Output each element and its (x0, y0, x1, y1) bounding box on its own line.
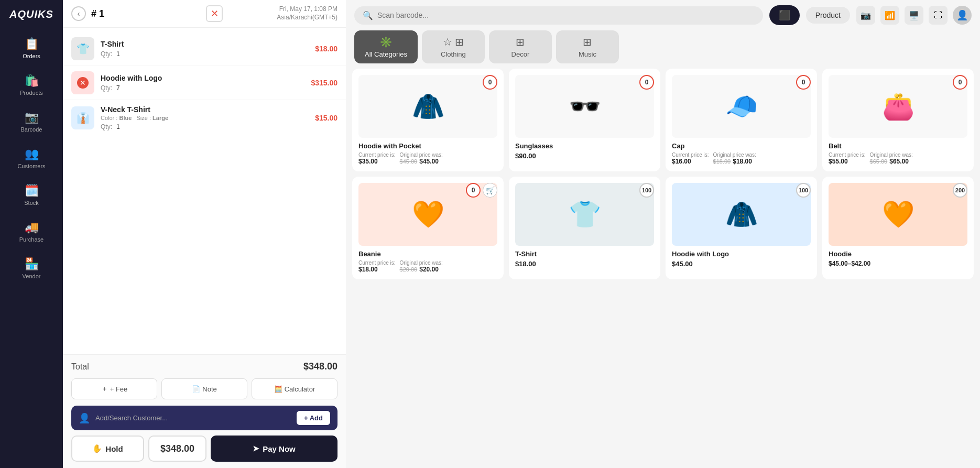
order-items-list: 👕 T-Shirt Qty: 1 $18.00 ✕ Hoodie with Lo… (63, 28, 346, 354)
sidebar-label-products: Products (20, 90, 42, 96)
hoodie-grid-price: $45.00–$42.00 (829, 260, 967, 267)
add-customer-button[interactable]: + Add (297, 411, 330, 425)
belt-qty: 0 (953, 75, 967, 90)
customer-icon: 👤 (79, 412, 90, 424)
camera-icon-button[interactable]: 📷 (856, 6, 875, 25)
category-all-categories[interactable]: ✳️ All Categories (354, 30, 418, 63)
barcode-input-wrap: 🔍 (354, 6, 763, 25)
tshirt-grid-image: 👕 (515, 183, 654, 246)
order-item-hoodie-logo: ✕ Hoodie with Logo Qty: 7 $315.00 (63, 66, 346, 100)
tshirt-name: T-Shirt (101, 40, 309, 48)
belt-name: Belt (829, 142, 967, 150)
hoodie-logo-grid-image: 🧥 (672, 183, 811, 246)
app-logo: AQUIKS (9, 8, 53, 20)
sidebar-item-products[interactable]: 🛍️ Products (0, 68, 63, 102)
hoodie-pocket-image: 🧥 (358, 75, 497, 138)
hoodie-logo-grid-name: Hoodie with Logo (672, 250, 811, 258)
note-button[interactable]: 📄 Note (161, 378, 247, 399)
order-datetime: Fri, May 17, 1:08 PM Asia/Karachi(GMT+5) (228, 5, 337, 21)
vneck-attrs: Color : Blue Size : Large (101, 115, 309, 121)
tshirt-price: $18.00 (315, 45, 337, 53)
hoodie-grid-name: Hoodie (829, 250, 967, 258)
search-icon: 🔍 (363, 10, 373, 20)
back-button[interactable]: ‹ (71, 6, 86, 21)
beanie-cart-badge: 🛒 (483, 183, 497, 198)
tshirt-grid-price: $18.00 (515, 260, 654, 268)
product-hoodie-pocket[interactable]: 🧥 0 Hoodie with Pocket Current price is:… (352, 69, 504, 171)
sidebar-label-purchase: Purchase (19, 236, 43, 243)
product-sunglasses[interactable]: 🕶️ 0 Sunglasses $90.00 (509, 69, 660, 171)
product-topbar: 🔍 ⬛ Product 📷 📶 🖥️ ⛶ 👤 (346, 0, 980, 30)
sidebar-item-orders[interactable]: 📋 Orders (0, 31, 63, 66)
hoodie-pocket-qty: 0 (483, 75, 497, 90)
sidebar-label-stock: Stock (24, 200, 39, 206)
barcode-input[interactable] (377, 11, 755, 19)
tshirt-thumbnail: 👕 (71, 37, 94, 60)
beanie-qty: 0 (466, 183, 481, 198)
payment-row: ✋ Hold $348.00 ➤ Pay Now (71, 436, 337, 462)
product-toggle-button[interactable]: Product (806, 7, 850, 24)
pay-now-button[interactable]: ➤ Pay Now (211, 436, 337, 462)
sidebar-label-orders: Orders (23, 53, 40, 59)
user-avatar-button[interactable]: 👤 (953, 6, 972, 25)
belt-image: 👛 (829, 75, 967, 138)
sunglasses-image: 🕶️ (515, 75, 654, 138)
calculator-button[interactable]: 🧮 Calculator (252, 378, 337, 399)
remove-hoodie-logo-button[interactable]: ✕ (77, 77, 89, 89)
vneck-thumbnail: 👔 (71, 106, 94, 129)
order-footer: Total $348.00 ＋ + Fee 📄 Note 🧮 Calculato… (63, 354, 346, 468)
product-belt[interactable]: 👛 0 Belt Current price is: $55.00 Origin… (822, 69, 974, 171)
purchase-icon: 🚚 (25, 221, 39, 234)
sidebar-item-purchase[interactable]: 🚚 Purchase (0, 214, 63, 249)
hold-button[interactable]: ✋ Hold (71, 436, 144, 462)
tshirt-qty: 100 (639, 183, 654, 198)
total-amount: $348.00 (303, 361, 337, 372)
product-cap[interactable]: 🧢 0 Cap Current price is: $16.00 Origina… (666, 69, 817, 171)
footer-actions: ＋ + Fee 📄 Note 🧮 Calculator (71, 378, 337, 399)
fee-button[interactable]: ＋ + Fee (71, 378, 157, 399)
beanie-name: Beanie (358, 250, 497, 258)
orders-icon: 📋 (25, 37, 39, 51)
sidebar-label-barcode: Barcode (21, 126, 42, 133)
products-icon: 🛍️ (25, 74, 39, 88)
category-clothing[interactable]: ☆ ⊞ Clothing (422, 30, 485, 63)
order-header: ‹ # 1 ✕ Fri, May 17, 1:08 PM Asia/Karach… (63, 0, 346, 28)
cap-name: Cap (672, 142, 811, 150)
sunglasses-qty: 0 (639, 75, 654, 90)
barcode-icon: 📷 (25, 111, 39, 124)
product-hoodie-grid[interactable]: 🧡 ⊞ 200 Hoodie $45.00–$42.00 (822, 177, 974, 279)
category-music[interactable]: ⊞ Music (556, 30, 619, 63)
cap-qty: 0 (796, 75, 811, 90)
expand-icon-button[interactable]: ⛶ (929, 6, 948, 25)
hoodie-logo-price: $315.00 (311, 79, 337, 87)
close-order-button[interactable]: ✕ (206, 5, 223, 22)
hoodie-logo-grid-price: $45.00 (672, 260, 811, 268)
product-beanie[interactable]: 🧡 🛒 0 Beanie Current price is: $18.00 Or… (352, 177, 504, 279)
customer-placeholder-text: Add/Search Customer... (95, 414, 291, 422)
sidebar-item-stock[interactable]: 🗓️ Stock (0, 178, 63, 212)
customer-bar: 👤 Add/Search Customer... + Add (71, 406, 337, 430)
sidebar-item-customers[interactable]: 👥 Customers (0, 141, 63, 176)
wifi-icon-button[interactable]: 📶 (880, 6, 899, 25)
clothing-label: Clothing (441, 50, 466, 58)
category-decor[interactable]: ⊞ Decor (489, 30, 552, 63)
sidebar-item-barcode[interactable]: 📷 Barcode (0, 104, 63, 139)
product-tshirt-grid[interactable]: 👕 🛒 100 T-Shirt $18.00 (509, 177, 660, 279)
stock-icon: 🗓️ (25, 184, 39, 198)
hoodie-logo-info: Hoodie with Logo Qty: 7 (101, 74, 304, 92)
sidebar-item-vendor[interactable]: 🏪 Vendor (0, 251, 63, 286)
music-label: Music (579, 50, 596, 58)
vneck-name: V-Neck T-Shirt (101, 105, 309, 114)
topbar-icons: 📷 📶 🖥️ ⛶ 👤 (856, 6, 972, 25)
tshirt-info: T-Shirt Qty: 1 (101, 40, 309, 58)
product-hoodie-logo-grid[interactable]: 🧥 🛒 100 Hoodie with Logo $45.00 (666, 177, 817, 279)
all-categories-icon: ✳️ (379, 36, 393, 48)
sidebar-label-vendor: Vendor (23, 273, 41, 279)
vneck-info: V-Neck T-Shirt Color : Blue Size : Large… (101, 105, 309, 130)
hoodie-logo-qty-row: Qty: 7 (101, 84, 304, 92)
scan-button[interactable]: ⬛ (769, 5, 800, 25)
tshirt-grid-name: T-Shirt (515, 250, 654, 258)
cap-image: 🧢 (672, 75, 811, 138)
display-icon-button[interactable]: 🖥️ (905, 6, 923, 25)
all-categories-label: All Categories (365, 50, 407, 58)
